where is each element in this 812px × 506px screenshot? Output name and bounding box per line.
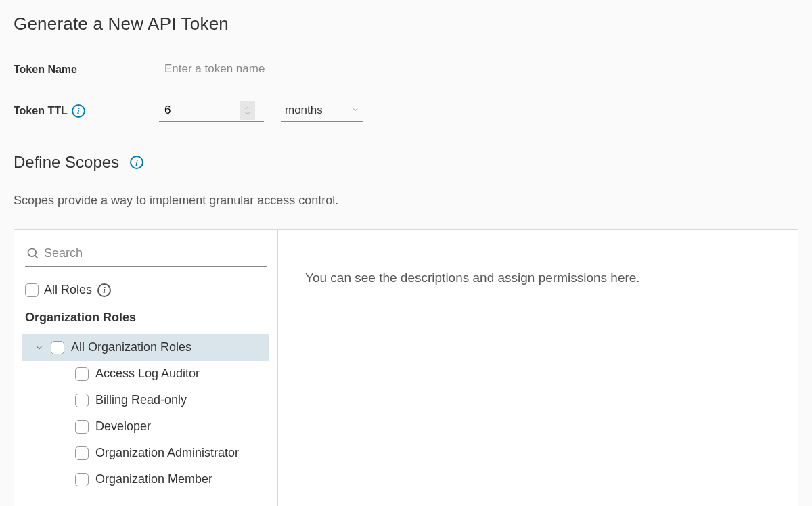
all-org-roles-row[interactable]: All Organization Roles xyxy=(22,334,269,361)
role-row-org-admin[interactable]: Organization Administrator xyxy=(22,440,269,466)
ttl-unit-select[interactable]: months xyxy=(281,99,363,122)
scopes-description: Scopes provide a way to implement granul… xyxy=(14,193,798,208)
token-name-row: Token Name xyxy=(14,58,798,80)
role-label: Access Log Auditor xyxy=(95,367,200,381)
role-checkbox[interactable] xyxy=(75,394,89,407)
all-org-roles-label: All Organization Roles xyxy=(71,340,191,354)
role-label: Developer xyxy=(95,419,151,434)
ttl-stepper[interactable]: ︿ ﹀ xyxy=(240,101,255,120)
role-checkbox[interactable] xyxy=(75,473,89,486)
scopes-search-input[interactable] xyxy=(40,244,265,263)
scopes-right-text: You can see the descriptions and assign … xyxy=(305,271,771,285)
org-roles-header: Organization Roles xyxy=(22,308,269,327)
all-roles-row[interactable]: All Roles i xyxy=(22,280,269,300)
role-row-billing-read-only[interactable]: Billing Read-only xyxy=(22,387,269,413)
scopes-left-panel: All Roles i Organization Roles All Organ… xyxy=(14,230,278,506)
role-label: Organization Member xyxy=(95,472,212,486)
page-title: Generate a New API Token xyxy=(14,14,798,34)
scopes-right-panel: You can see the descriptions and assign … xyxy=(278,230,798,506)
chevron-down-icon: ﹀ xyxy=(245,111,251,117)
chevron-down-icon[interactable] xyxy=(35,343,44,352)
all-roles-checkbox[interactable] xyxy=(25,283,39,297)
define-scopes-title: Define Scopes xyxy=(14,153,119,172)
token-name-input[interactable] xyxy=(159,58,369,80)
role-checkbox[interactable] xyxy=(75,420,89,434)
role-label: Organization Administrator xyxy=(95,446,239,460)
search-icon xyxy=(26,247,40,260)
chevron-down-icon xyxy=(351,104,359,116)
role-checkbox[interactable] xyxy=(75,446,89,460)
info-icon[interactable]: i xyxy=(72,104,85,118)
token-ttl-label: Token TTL i xyxy=(14,104,159,118)
role-row-access-log-auditor[interactable]: Access Log Auditor xyxy=(22,361,269,387)
search-input-wrap xyxy=(25,241,267,267)
ttl-unit-label: months xyxy=(285,104,323,117)
token-ttl-row: Token TTL i ︿ ﹀ months xyxy=(14,99,798,122)
define-scopes-header: Define Scopes i xyxy=(14,153,798,172)
ttl-number-input-wrap: ︿ ﹀ xyxy=(159,99,264,122)
token-ttl-label-text: Token TTL xyxy=(14,105,68,117)
svg-point-0 xyxy=(28,248,37,256)
svg-line-1 xyxy=(35,255,38,258)
role-label: Billing Read-only xyxy=(95,393,187,407)
all-org-roles-checkbox[interactable] xyxy=(51,341,64,354)
token-name-label: Token Name xyxy=(14,64,159,76)
role-row-developer[interactable]: Developer xyxy=(22,413,269,440)
scopes-panel: All Roles i Organization Roles All Organ… xyxy=(14,229,798,506)
info-icon[interactable]: i xyxy=(130,156,143,169)
all-roles-label: All Roles xyxy=(44,283,92,297)
chevron-up-icon: ︿ xyxy=(245,104,251,110)
role-checkbox[interactable] xyxy=(75,367,89,381)
ttl-number-input[interactable] xyxy=(159,99,240,121)
info-icon[interactable]: i xyxy=(97,283,111,297)
role-row-org-member[interactable]: Organization Member xyxy=(22,466,269,492)
